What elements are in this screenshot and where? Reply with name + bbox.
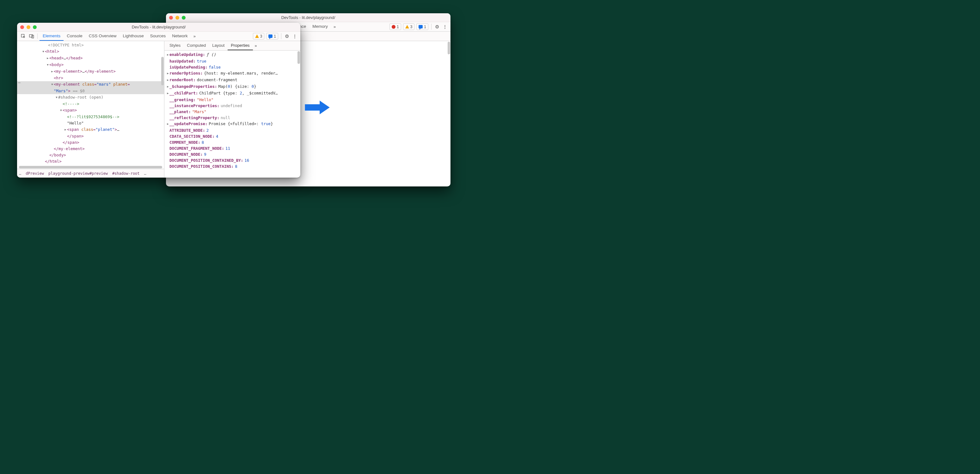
dom-node[interactable]: </html>	[23, 158, 164, 165]
dom-node[interactable]: <hr>	[23, 75, 164, 81]
breadcrumb-item[interactable]: …	[19, 171, 21, 176]
property-row[interactable]: isUpdatePending:false	[166, 64, 298, 70]
dom-node[interactable]: </body>	[23, 152, 164, 158]
menu-icon[interactable]: ⋮	[291, 32, 298, 41]
titlebar: DevTools - lit.dev/playground/	[17, 23, 300, 32]
property-row[interactable]: ATTRIBUTE_NODE:2	[166, 127, 298, 134]
property-row[interactable]: DOCUMENT_POSITION_CONTAINED_BY:16	[166, 157, 298, 163]
arrow-icon	[304, 100, 331, 115]
dom-node-selected[interactable]: ▼<my-element class="mars" planet=	[17, 81, 164, 88]
tab-elements[interactable]: Elements	[40, 32, 64, 41]
property-row[interactable]: __greeting:"Hello"	[166, 97, 298, 103]
property-row[interactable]: __instanceProperties:undefined	[166, 103, 298, 109]
inspect-icon[interactable]	[20, 32, 27, 41]
dom-node-selected[interactable]: "Mars"> == $0	[17, 88, 164, 94]
issues-badge[interactable]: 1	[266, 33, 278, 40]
dom-node[interactable]: ▼<html>	[23, 48, 164, 55]
dom-node[interactable]: ▼<body>	[23, 62, 164, 68]
svg-rect-4	[29, 35, 33, 37]
property-row[interactable]: DOCUMENT_FRAGMENT_NODE:11	[166, 145, 298, 151]
window-title: DevTools - lit.dev/playground/	[17, 25, 300, 29]
property-row[interactable]: ▶__updatePromise:Promise {<fulfilled>: t…	[166, 121, 298, 127]
error-badge[interactable]: 1	[390, 23, 401, 30]
subtabs-overflow-icon[interactable]: »	[253, 41, 259, 50]
breadcrumb-item[interactable]: #shadow-root	[112, 171, 140, 176]
subtab-layout[interactable]: Layout	[209, 41, 228, 50]
elements-tree[interactable]: ⋯ <!DOCTYPE html> ▼<html> ▶<head>…</head…	[17, 41, 164, 169]
tab-memory[interactable]: Memory	[309, 22, 331, 31]
dom-node[interactable]: <!---->	[23, 101, 164, 107]
tabs-overflow-icon[interactable]: »	[192, 32, 197, 41]
subtab-styles[interactable]: Styles	[166, 41, 184, 50]
zoom-button[interactable]	[33, 25, 37, 29]
property-row[interactable]: COMMENT_NODE:8	[166, 139, 298, 145]
breadcrumb[interactable]: …dPreviewplayground-preview#preview#shad…	[17, 169, 164, 178]
breadcrumb-item[interactable]: dPreview	[25, 171, 44, 176]
breadcrumb-item[interactable]: …	[144, 171, 146, 176]
dom-node[interactable]: </span>	[23, 133, 164, 139]
subtab-computed[interactable]: Computed	[184, 41, 209, 50]
minimize-button[interactable]	[27, 25, 30, 29]
titlebar: DevTools - lit.dev/playground/	[166, 13, 450, 22]
settings-icon[interactable]: ⚙	[283, 32, 290, 41]
device-icon[interactable]	[28, 32, 35, 41]
property-row[interactable]: ▶enableUpdating:ƒ ()	[166, 51, 298, 58]
warning-badge[interactable]: 3	[403, 23, 415, 30]
issues-badge[interactable]: 1	[416, 23, 428, 30]
tab-sources[interactable]: Sources	[147, 32, 169, 41]
dom-node[interactable]: </span>	[23, 139, 164, 146]
menu-icon[interactable]: ⋮	[441, 22, 449, 31]
property-row[interactable]: __planet:"Mars"	[166, 109, 298, 115]
dom-node[interactable]: ▶<head>…</head>	[23, 55, 164, 62]
tab-console[interactable]: Console	[64, 32, 86, 41]
dom-node[interactable]: ▼<span>	[23, 107, 164, 114]
dom-node[interactable]: ▶<span class="planet">…	[23, 126, 164, 133]
dom-node[interactable]: <!DOCTYPE html>	[23, 42, 164, 48]
devtools-toolbar: ElementsConsoleCSS OverviewLighthouseSou…	[17, 32, 300, 41]
gutter-dots-icon: ⋯	[18, 80, 21, 85]
tab-css-overview[interactable]: CSS Overview	[86, 32, 120, 41]
property-row[interactable]: ▶renderOptions:{host: my-element.mars, r…	[166, 70, 298, 77]
dom-node[interactable]: <!--?lit$927534869$-->	[23, 114, 164, 120]
dom-node[interactable]: ▼#shadow-root (open)	[23, 94, 164, 101]
zoom-button[interactable]	[182, 16, 186, 20]
property-row[interactable]: DOCUMENT_NODE:9	[166, 151, 298, 157]
property-row[interactable]: __reflectingProperty:null	[166, 115, 298, 121]
property-row[interactable]: hasUpdated:true	[166, 58, 298, 64]
property-row[interactable]: CDATA_SECTION_NODE:4	[166, 134, 298, 139]
subtab-properties[interactable]: Properties	[228, 41, 253, 50]
tabs-overflow-icon[interactable]: »	[332, 22, 337, 31]
close-button[interactable]	[20, 25, 24, 29]
settings-icon[interactable]: ⚙	[434, 22, 441, 31]
dom-node[interactable]: ▶<my-element>…</my-element>	[23, 68, 164, 75]
property-row[interactable]: DOCUMENT_POSITION_CONTAINS:8	[166, 163, 298, 169]
minimize-button[interactable]	[175, 16, 179, 20]
property-row[interactable]: ▶_$changedProperties:Map(0) {size: 0}	[166, 83, 298, 90]
properties-panel[interactable]: ▶enableUpdating:ƒ ()hasUpdated:trueisUpd…	[164, 51, 300, 178]
breadcrumb-item[interactable]: playground-preview#preview	[48, 171, 108, 176]
dom-node[interactable]: "Hello"	[23, 120, 164, 126]
dom-node[interactable]: </my-element>	[23, 146, 164, 152]
tab-lighthouse[interactable]: Lighthouse	[120, 32, 147, 41]
property-row[interactable]: ▶__childPart:ChildPart {type: 2, _$commi…	[166, 90, 298, 97]
tab-network[interactable]: Network	[169, 32, 191, 41]
warning-badge[interactable]: 3	[253, 33, 265, 40]
property-row[interactable]: ▶renderRoot:document-fragment	[166, 77, 298, 83]
window-title: DevTools - lit.dev/playground/	[166, 15, 450, 20]
sidebar-subtabs: StylesComputedLayoutProperties»	[164, 41, 300, 51]
close-button[interactable]	[169, 16, 173, 20]
